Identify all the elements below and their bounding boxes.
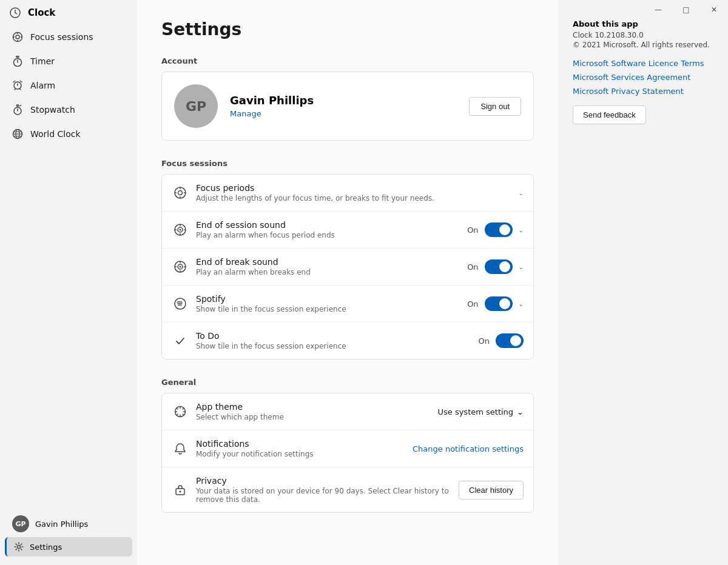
ms-licence-link[interactable]: Microsoft Software Licence Terms [573,59,713,68]
sidebar-item-label: Focus sessions [30,32,93,42]
spotify-title: Spotify [196,294,460,304]
svg-point-39 [180,229,181,231]
about-version: Clock 10.2108.30.0 [573,31,713,39]
about-copyright: © 2021 Microsoft. All rights reserved. [573,41,713,49]
spotify-row: Spotify Show tile in the focus session e… [162,286,533,323]
svg-line-2 [15,13,17,14]
page-title: Settings [161,19,534,39]
sidebar-header-title: Clock [28,7,55,18]
app-theme-text: App theme Select which app theme [196,402,430,421]
sidebar-bottom: GP Gavin Phillips Settings [0,506,137,565]
sidebar-user-name: Gavin Phillips [35,520,88,529]
end-break-chevron[interactable]: ⌄ [519,264,524,270]
focus-periods-title: Focus periods [196,183,511,193]
svg-line-20 [20,105,21,107]
notifications-right: Change notification settings [413,444,524,453]
account-section-label: Account [161,56,534,65]
account-avatar: GP [174,84,218,128]
sidebar-item-label: Timer [30,56,55,66]
privacy-icon [172,481,189,498]
sidebar-item-world-clock[interactable]: World Clock [5,122,132,145]
send-feedback-button[interactable]: Send feedback [573,105,646,124]
svg-point-50 [180,491,181,493]
maximize-button[interactable]: □ [672,0,700,19]
stopwatch-icon [12,104,23,115]
spotify-text: Spotify Show tile in the focus session e… [196,294,460,313]
svg-point-26 [18,546,21,549]
svg-line-14 [21,81,22,82]
end-session-sound-text: End of session sound Play an alarm when … [196,220,460,239]
focus-sessions-icon [12,32,23,42]
general-section-label: General [161,378,534,387]
close-button[interactable]: ✕ [700,0,728,19]
app-theme-right: Use system setting ⌄ [437,407,524,416]
focus-periods-text: Focus periods Adjust the lengths of your… [196,183,511,202]
notifications-title: Notifications [196,439,405,449]
sidebar-item-label: Stopwatch [30,105,75,115]
end-break-sound-text: End of break sound Play an alarm when br… [196,257,460,276]
ms-privacy-link[interactable]: Microsoft Privacy Statement [573,87,713,96]
sidebar-item-timer[interactable]: Timer [5,50,132,73]
svg-rect-18 [17,105,19,106]
sidebar-settings-label: Settings [30,543,62,552]
sidebar-user[interactable]: GP Gavin Phillips [5,510,132,537]
account-card: GP Gavin Phillips Manage Sign out [161,72,534,141]
end-session-toggle-label: On [467,226,478,235]
end-session-sound-subtitle: Play an alarm when focus period ends [196,231,460,239]
focus-periods-subtitle: Adjust the lengths of your focus time, o… [196,194,511,202]
svg-point-28 [178,191,183,195]
spotify-icon [172,295,189,312]
todo-text: To Do Show tile in the focus session exp… [196,331,471,350]
focus-periods-chevron[interactable]: ⌄ [519,190,524,196]
ms-services-link[interactable]: Microsoft Services Agreement [573,73,713,82]
focus-sessions-section-label: Focus sessions [161,159,534,168]
sidebar-item-stopwatch[interactable]: Stopwatch [5,98,132,121]
change-notification-link[interactable]: Change notification settings [413,444,524,453]
clock-header-icon [10,7,21,18]
spotify-subtitle: Show tile in the focus session experienc… [196,305,460,313]
sidebar-header: Clock [0,0,137,23]
end-session-toggle[interactable] [485,222,513,237]
end-break-toggle[interactable] [485,259,513,274]
notifications-subtitle: Modify your notification settings [196,450,405,458]
end-break-toggle-label: On [467,262,478,272]
todo-icon [172,332,189,349]
world-clock-icon [12,129,23,139]
notifications-text: Notifications Modify your notification s… [196,439,405,458]
todo-toggle-label: On [479,336,490,346]
end-break-sound-subtitle: Play an alarm when breaks end [196,268,460,276]
todo-subtitle: Show tile in the focus session experienc… [196,342,471,350]
app-theme-subtitle: Select which app theme [196,413,430,421]
app-theme-chevron-icon: ⌄ [517,407,524,416]
sign-out-button[interactable]: Sign out [469,97,521,116]
app-theme-dropdown[interactable]: Use system setting ⌄ [437,407,524,416]
sidebar-item-settings[interactable]: Settings [5,537,132,557]
end-session-chevron[interactable]: ⌄ [519,227,524,233]
todo-row: To Do Show tile in the focus session exp… [162,323,533,359]
right-panel: About this app Clock 10.2108.30.0 © 2021… [558,0,728,565]
focus-sessions-card: Focus periods Adjust the lengths of your… [161,174,534,359]
todo-title: To Do [196,331,471,341]
clear-history-button[interactable]: Clear history [459,481,524,500]
sidebar-item-focus-sessions[interactable]: Focus sessions [5,25,132,48]
app-theme-icon [172,403,189,420]
spotify-chevron[interactable]: ⌄ [519,301,524,307]
account-manage-link[interactable]: Manage [230,109,457,118]
end-session-sound-right: On ⌄ [467,222,524,237]
focus-periods-right: ⌄ [519,190,524,196]
svg-rect-9 [16,56,19,58]
svg-line-15 [15,89,16,90]
privacy-row: Privacy Your data is stored on your devi… [162,467,533,512]
end-session-sound-icon [172,221,189,238]
focus-periods-row[interactable]: Focus periods Adjust the lengths of your… [162,175,533,212]
spotify-toggle[interactable] [485,296,513,311]
about-title: About this app [573,19,713,28]
main-content: Settings Account GP Gavin Phillips Manag… [137,0,558,565]
sidebar-item-alarm[interactable]: Alarm [5,74,132,97]
app-theme-value: Use system setting [437,407,513,416]
app-theme-row[interactable]: App theme Select which app theme Use sys… [162,393,533,430]
todo-toggle[interactable] [496,333,524,348]
privacy-subtitle: Your data is stored on your device for 9… [196,487,451,504]
minimize-button[interactable]: — [644,0,672,19]
sidebar-user-avatar: GP [12,515,29,532]
